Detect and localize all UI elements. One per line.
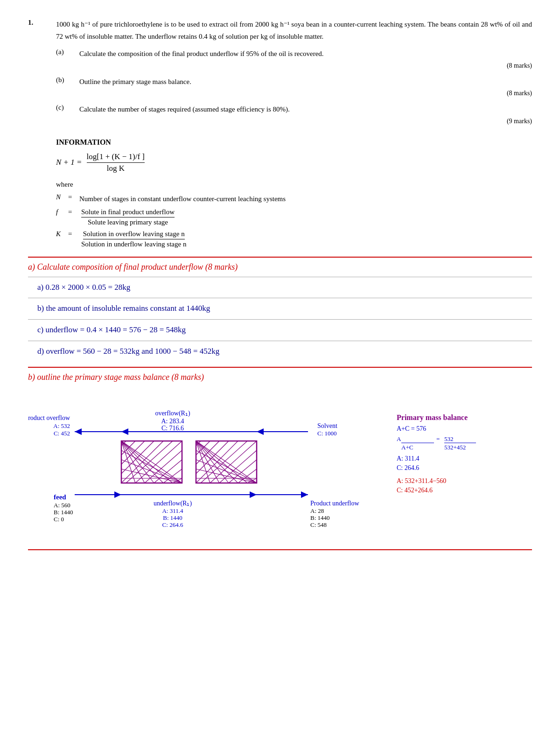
definition-n: N = Number of stages in constant underfl… — [56, 193, 532, 204]
answer-a-line-4: d) overflow = 560 − 28 = 532kg and 1000 … — [37, 345, 532, 358]
pm-frac-eq: = — [436, 435, 440, 442]
product-overflow-a: A: 532 — [53, 422, 70, 429]
separator-2 — [28, 367, 532, 368]
sub-text-a: Calculate the composition of the final p… — [79, 48, 532, 60]
thin-hr-2 — [28, 298, 532, 298]
sub-label-a: (a) — [56, 48, 70, 60]
pm-frac-AC-label: A+C — [401, 444, 413, 451]
solvent-label: Solvent — [317, 422, 337, 429]
question-number: 1. — [28, 19, 47, 42]
question-1: 1. 1000 kg h⁻¹ of pure trichloroethylene… — [28, 19, 532, 42]
underflow-b: B: 1440 — [163, 514, 182, 521]
thin-hr-4 — [28, 341, 532, 341]
def-eq-f: = — [68, 208, 76, 216]
marks-c: (9 marks) — [28, 118, 532, 125]
answer-a-line-2: b) the amount of insoluble remains const… — [37, 302, 532, 315]
feed-label: feed — [54, 493, 66, 501]
marks-a: (8 marks) — [28, 62, 532, 70]
def-desc-n: Number of stages in constant underflow c… — [79, 193, 532, 204]
sub-label-c: (c) — [56, 104, 70, 116]
product-overflow-c: C: 452 — [54, 430, 70, 437]
def-eq-n: = — [68, 193, 76, 201]
underflow-a: A: 311.4 — [162, 507, 183, 514]
diagram-svg: overflow(R₁) A: 283.4 C: 716.6 Product o… — [28, 390, 532, 539]
feed-arrow — [114, 491, 121, 498]
product-overflow-arrow — [75, 428, 82, 435]
overflow-arrow — [121, 428, 128, 435]
overflow-a: A: 283.4 — [161, 418, 184, 425]
thin-hr-1 — [28, 277, 532, 277]
sub-text-c: Calculate the number of stages required … — [79, 104, 532, 116]
underflow-c: C: 264.6 — [162, 521, 183, 528]
pm-line5: C: 452+264.6 — [397, 487, 433, 494]
formula-denominator: log K — [107, 163, 125, 173]
solvent-c: C: 1000 — [317, 430, 337, 437]
f-den: Solute leaving primary stage — [88, 217, 168, 226]
product-underflow-arrow — [301, 491, 308, 498]
underflow-label: underflow(R₁) — [154, 500, 192, 507]
product-overflow-label: Product overflow — [28, 414, 70, 421]
def-fraction-k: Solution in overflow leaving stage n Sol… — [79, 230, 188, 248]
def-var-k: K — [56, 230, 64, 238]
diagram-container: overflow(R₁) A: 283.4 C: 716.6 Product o… — [28, 390, 532, 541]
sub-question-c: (c) Calculate the number of stages requi… — [56, 104, 532, 116]
product-underflow-label: Product underflow — [310, 500, 359, 507]
product-underflow-b: B: 1440 — [310, 514, 330, 521]
answer-a-heading: a) Calculate composition of final produc… — [28, 262, 532, 272]
k-fraction: Solution in overflow leaving stage n Sol… — [81, 230, 186, 248]
feed-c: C: 0 — [54, 516, 64, 523]
question-text: 1000 kg h⁻¹ of pure trichloroethylene is… — [56, 19, 532, 42]
k-den: Solution in underflow leaving stage n — [81, 239, 186, 248]
product-underflow-c: C: 548 — [310, 521, 327, 528]
sub-text-b: Outline the primary stage mass balance. — [79, 76, 532, 88]
solvent-arrow — [257, 428, 264, 435]
definition-k: K = Solution in overflow leaving stage n… — [56, 230, 532, 248]
pm-frac-532: 532 — [444, 435, 454, 442]
sub-question-b: (b) Outline the primary stage mass balan… — [56, 76, 532, 88]
thin-hr-3 — [28, 319, 532, 320]
pm-line2: A: 311.4 — [397, 455, 419, 462]
feed-a: A: 560 — [54, 502, 70, 509]
k-num: Solution in overflow leaving stage n — [83, 230, 185, 239]
feed-b: B: 1440 — [54, 509, 73, 516]
separator-3 — [28, 549, 532, 550]
sub-label-b: (b) — [56, 76, 70, 88]
def-var-n: N — [56, 193, 64, 201]
pm-frac-A-label: A — [397, 435, 401, 442]
pm-line1: A+C = 576 — [397, 425, 426, 432]
f-num: Solute in final product underflow — [81, 208, 175, 217]
formula-fraction: log[1 + (K − 1)/f ] log K — [87, 152, 145, 173]
f-fraction: Solute in final product underflow Solute… — [81, 208, 175, 226]
definition-f: f = Solute in final product underflow So… — [56, 208, 532, 226]
pm-line3: C: 264.6 — [397, 464, 419, 471]
answer-a-line-3: c) underflow = 0.4 × 1440 = 576 − 28 = 5… — [37, 323, 532, 337]
def-eq-k: = — [68, 230, 76, 238]
answer-b-heading: b) outline the primary stage mass balanc… — [28, 372, 532, 382]
primary-mass-label: Primary mass balance — [397, 413, 468, 422]
info-section: INFORMATION N + 1 = log[1 + (K − 1)/f ] … — [56, 138, 532, 248]
overflow-label: overflow(R₁) — [155, 410, 190, 417]
formula-numerator: log[1 + (K − 1)/f ] — [87, 152, 145, 163]
def-fraction-f: Solute in final product underflow Solute… — [79, 208, 176, 226]
marks-b: (8 marks) — [28, 90, 532, 97]
where-text: where — [56, 181, 532, 189]
underflow-arrow — [250, 491, 257, 498]
separator-1 — [28, 257, 532, 258]
info-title: INFORMATION — [56, 138, 532, 147]
answer-a-line-1: a) 0.28 × 2000 × 0.05 = 28kg — [37, 281, 532, 294]
product-underflow-a: A: 28 — [310, 507, 324, 514]
def-var-f: f — [56, 208, 64, 216]
pm-frac-sum: 532+452 — [444, 444, 466, 451]
pm-line4: A: 532+311.4−560 — [397, 477, 446, 484]
overflow-c: C: 716.6 — [161, 425, 184, 432]
formula-lhs: N + 1 = — [56, 158, 82, 167]
sub-question-a: (a) Calculate the composition of the fin… — [56, 48, 532, 60]
formula-block: N + 1 = log[1 + (K − 1)/f ] log K — [56, 152, 532, 173]
